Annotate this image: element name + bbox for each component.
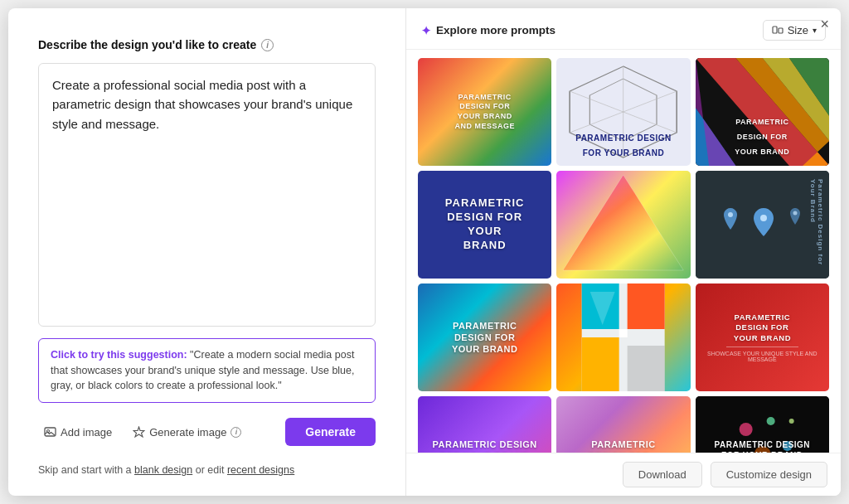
sparkle-icon: ✦: [421, 24, 431, 37]
explore-text: Explore more prompts: [436, 24, 555, 36]
card-11-text: ParametricDesign for...: [589, 439, 658, 453]
right-header: ✦ Explore more prompts Size ▾: [406, 8, 841, 50]
add-image-icon: [43, 425, 56, 439]
customize-design-button[interactable]: Customize design: [711, 462, 827, 487]
generate-image-label: Generate image: [149, 426, 226, 439]
size-icon: [772, 25, 784, 36]
footer-links: Skip and start with a blank design or ed…: [38, 464, 376, 476]
svg-point-20: [793, 211, 798, 216]
size-label: Size: [788, 24, 808, 36]
location-icon-small: [788, 207, 802, 225]
modal-body: Describe the design you'd like to create…: [8, 8, 841, 496]
design-card-6[interactable]: Parametric Design for Your Brand: [696, 171, 829, 279]
add-image-label: Add image: [61, 426, 112, 439]
design-card-4[interactable]: PARAMETRICDESIGN FORYOURBRAND: [418, 171, 551, 279]
card-8-svg: [556, 284, 690, 391]
suggestion-box: Click to try this suggestion: "Create a …: [38, 338, 376, 403]
location-icon-large: [752, 207, 775, 237]
chevron-down-icon: ▾: [813, 26, 817, 35]
section-title-text: Describe the design you'd like to create: [38, 38, 256, 51]
size-button[interactable]: Size ▾: [763, 20, 826, 41]
svg-rect-23: [628, 284, 665, 329]
design-card-7[interactable]: ParametricDesign forYour Brand: [418, 284, 551, 391]
design-card-12[interactable]: Parametric Designfor Your Brand: [696, 396, 829, 453]
left-panel: Describe the design you'd like to create…: [8, 8, 406, 496]
design-card-8[interactable]: [556, 284, 690, 391]
recent-designs-link[interactable]: recent designs: [227, 464, 294, 476]
card-3-text: PARAMETRICDESIGN FORYOUR BRAND: [735, 118, 789, 156]
svg-rect-25: [628, 346, 665, 391]
design-card-5[interactable]: [556, 171, 690, 279]
svg-point-35: [788, 419, 793, 424]
generate-image-button[interactable]: Generate image i: [127, 422, 246, 442]
bottom-bar: Download Customize design: [406, 453, 841, 496]
design-card-3[interactable]: PARAMETRICDESIGN FORYOUR BRAND: [696, 58, 829, 166]
toolbar-row: Add image Generate image i Generate: [38, 418, 376, 446]
svg-rect-24: [582, 337, 619, 391]
prompt-textarea-wrapper[interactable]: [38, 63, 376, 327]
main-modal: × Describe the design you'd like to crea…: [8, 8, 841, 496]
svg-point-28: [739, 423, 752, 436]
suggestion-link[interactable]: Click to try this suggestion:: [51, 349, 187, 361]
svg-marker-26: [619, 329, 628, 337]
card-2-text: Parametric Designfor Your Brand: [575, 133, 672, 158]
design-card-9[interactable]: PARAMETRICDESIGN FORYOUR BRAND SHOWCASE …: [696, 284, 829, 391]
card-9-sub: SHOWCASE YOUR UNIQUE STYLE AND MESSAGE: [702, 351, 822, 362]
generate-info-icon: i: [230, 427, 241, 438]
card-6-side-text: Parametric Design for Your Brand: [809, 179, 824, 279]
svg-rect-2: [773, 27, 777, 33]
blank-design-link[interactable]: blank design: [134, 464, 192, 476]
svg-point-18: [728, 212, 733, 217]
card-12-text: Parametric Designfor Your Brand: [715, 439, 811, 453]
card-4-text: PARAMETRICDESIGN FORYOURBRAND: [445, 196, 525, 253]
footer-text-1: Skip and start with a: [38, 464, 134, 476]
card-1-text: PARAMETRICDESIGN FORYOUR BRANDAND MESSAG…: [454, 93, 515, 132]
svg-rect-3: [779, 28, 783, 33]
right-panel: ✦ Explore more prompts Size ▾ PARAMETRI: [406, 8, 841, 496]
card-7-text: ParametricDesign forYour Brand: [452, 320, 518, 356]
info-icon: i: [261, 39, 274, 51]
svg-marker-16: [563, 175, 683, 270]
add-image-button[interactable]: Add image: [38, 422, 117, 442]
card-9-text: PARAMETRICDESIGN FORYOUR BRAND: [734, 313, 791, 343]
download-button[interactable]: Download: [623, 462, 702, 487]
svg-point-19: [760, 215, 767, 221]
prompt-textarea[interactable]: [52, 75, 361, 314]
design-card-11[interactable]: ParametricDesign for...: [556, 396, 690, 453]
design-card-10[interactable]: Parametric Designfor Your Brand: [418, 396, 551, 453]
close-button[interactable]: ×: [820, 17, 829, 32]
card-10-text: Parametric Designfor Your Brand: [433, 439, 537, 453]
generate-image-icon: [132, 425, 145, 439]
footer-text-2: or edit: [196, 464, 227, 476]
design-grid: PARAMETRICDESIGN FORYOUR BRANDAND MESSAG…: [406, 50, 841, 453]
explore-label: ✦ Explore more prompts: [421, 24, 555, 37]
card-5-svg: [556, 171, 690, 279]
design-card-1[interactable]: PARAMETRICDESIGN FORYOUR BRANDAND MESSAG…: [418, 58, 551, 166]
svg-point-29: [766, 417, 774, 425]
location-icon: [722, 207, 739, 230]
design-card-2[interactable]: Parametric Designfor Your Brand: [556, 58, 690, 166]
generate-button[interactable]: Generate: [285, 418, 376, 446]
section-title: Describe the design you'd like to create…: [38, 38, 376, 51]
